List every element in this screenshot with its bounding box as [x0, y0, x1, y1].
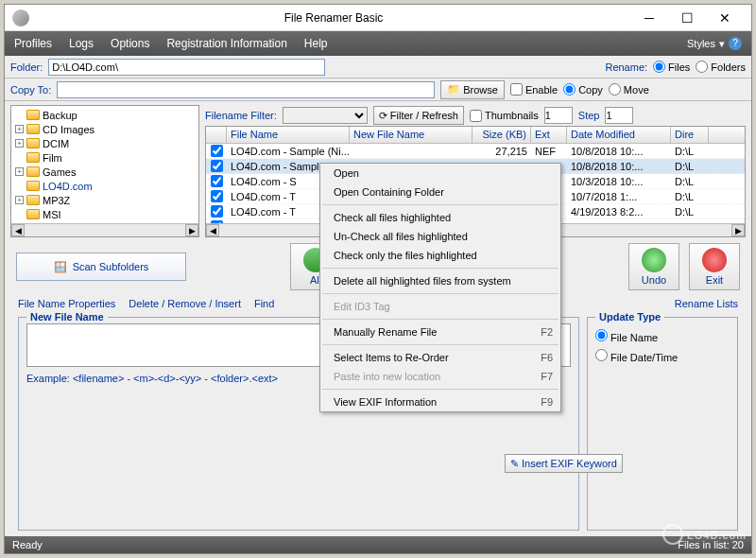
rename-folders-radio[interactable]: Folders — [696, 61, 746, 73]
minimize-button[interactable]: ─ — [630, 7, 668, 29]
step-spinner[interactable] — [605, 107, 633, 124]
expand-icon[interactable]: + — [15, 139, 24, 148]
col-size[interactable]: Size (KB) — [472, 127, 531, 143]
menubar: Profiles Logs Options Registration Infor… — [5, 31, 751, 56]
filter-row: Filename Filter: ⟳Filter / Refresh Thumb… — [205, 105, 746, 126]
folder-input[interactable] — [48, 59, 325, 76]
row-checkbox[interactable] — [211, 175, 223, 187]
col-filename[interactable]: File Name — [227, 127, 350, 143]
filename-filter-select[interactable] — [283, 107, 368, 124]
tree-item[interactable]: +MSI — [15, 207, 195, 221]
tree-item-label: LO4D.com — [43, 181, 93, 192]
menu-logs[interactable]: Logs — [69, 37, 94, 50]
titlebar: File Renamer Basic ─ ☐ ✕ — [5, 5, 751, 31]
context-menu-item[interactable]: Manually Rename FileF2 — [320, 323, 560, 341]
tab-properties[interactable]: File Name Properties — [18, 298, 115, 309]
expand-icon[interactable]: + — [15, 167, 24, 176]
undo-button[interactable]: Undo — [628, 243, 679, 290]
tree-item[interactable]: +DCIM — [15, 136, 195, 150]
tab-delete[interactable]: Delete / Remove / Insert — [129, 298, 241, 309]
tree-item-label: DCIM — [43, 138, 69, 149]
col-newname[interactable]: New File Name — [350, 127, 472, 143]
tree-item[interactable]: +CD Images — [15, 122, 195, 136]
menu-options[interactable]: Options — [111, 37, 149, 50]
window-title: File Renamer Basic — [37, 11, 630, 25]
copyto-toolbar: Copy To: 📁Browse Enable Copy Move — [5, 78, 751, 101]
move-radio[interactable]: Move — [609, 83, 649, 96]
context-menu-item[interactable]: Open Containing Folder — [320, 183, 560, 201]
context-menu-item: Paste into new locationF7 — [320, 367, 560, 386]
tree-item-label: Games — [43, 166, 76, 178]
folder-icon: 📁 — [447, 83, 460, 96]
row-checkbox[interactable] — [211, 190, 223, 202]
cell-date: 10/3/2018 10:... — [567, 176, 671, 187]
update-type-legend: Update Type — [595, 311, 664, 323]
cell-dir: D:\L — [671, 206, 709, 218]
tree-item[interactable]: +Film — [15, 150, 195, 165]
undo-icon — [642, 248, 666, 272]
filter-refresh-button[interactable]: ⟳Filter / Refresh — [373, 106, 464, 125]
context-menu-item[interactable]: View EXIF InformationF9 — [320, 392, 560, 411]
folder-icon — [26, 124, 40, 134]
help-icon[interactable]: ? — [729, 37, 742, 50]
folder-label: Folder: — [10, 61, 43, 73]
row-checkbox[interactable] — [211, 145, 223, 157]
tree-item-label: MSI — [43, 209, 61, 220]
folder-tree[interactable]: +Backup+CD Images+DCIM+Film+Games+LO4D.c… — [10, 105, 199, 237]
update-filename-radio[interactable]: File Name — [595, 329, 730, 343]
cell-date: 10/8/2018 10:... — [567, 146, 671, 157]
browse-button[interactable]: 📁Browse — [440, 80, 505, 99]
thumbnail-spinner[interactable] — [544, 107, 573, 124]
close-button[interactable]: ✕ — [706, 7, 744, 29]
col-ext[interactable]: Ext — [531, 127, 567, 143]
col-date[interactable]: Date Modified — [567, 127, 671, 143]
expand-icon[interactable]: + — [15, 196, 24, 204]
maximize-button[interactable]: ☐ — [668, 7, 706, 29]
menu-registration[interactable]: Registration Information — [166, 37, 286, 50]
col-dir[interactable]: Dire — [671, 127, 709, 143]
tree-scrollbar[interactable]: ◀▶ — [11, 223, 198, 236]
context-menu-item[interactable]: Delete all highlighted files from system — [320, 271, 560, 290]
filename-filter-label: Filename Filter: — [205, 110, 277, 121]
tree-item-label: Backup — [43, 110, 77, 121]
table-row[interactable]: LO4D.com - Sample (Ni... 27,215 NEF 10/8… — [206, 144, 745, 159]
tree-item[interactable]: +LO4D.com — [15, 179, 195, 193]
menu-help[interactable]: Help — [304, 37, 328, 50]
tree-item[interactable]: +Games — [15, 165, 195, 179]
cell-date: 10/7/2018 1:... — [567, 191, 671, 202]
expand-icon[interactable]: + — [15, 125, 24, 133]
copyto-input[interactable] — [57, 81, 435, 98]
cell-date: 10/8/2018 10:... — [567, 161, 671, 172]
context-menu-item[interactable]: Un-Check all files highlighted — [320, 227, 560, 246]
row-checkbox[interactable] — [211, 160, 223, 172]
row-checkbox[interactable] — [211, 205, 223, 218]
cell-ext: NEF — [531, 146, 567, 157]
styles-menu[interactable]: Styles ▾ ? — [687, 37, 742, 50]
wand-icon: ✎ — [510, 458, 519, 470]
scan-subfolders-button[interactable]: 🪟Scan Subfolders — [16, 253, 186, 281]
tree-item[interactable]: +MP3Z — [15, 193, 195, 207]
thumbnails-checkbox[interactable]: Thumbnails — [470, 110, 539, 122]
tree-item[interactable]: +Backup — [15, 108, 195, 122]
tree-item-label: MP3Z — [43, 195, 70, 206]
insert-exif-button[interactable]: ✎Insert EXIF Keyword — [505, 454, 623, 473]
context-menu-item[interactable]: Open — [320, 164, 560, 183]
menu-profiles[interactable]: Profiles — [14, 37, 52, 50]
context-menu-item[interactable]: Select Items to Re-OrderF6 — [320, 348, 560, 367]
tab-rename-lists[interactable]: Rename Lists — [675, 298, 738, 309]
tree-item-label: CD Images — [43, 124, 94, 135]
update-filedate-radio[interactable]: File Date/Time — [595, 349, 730, 363]
rename-label: Rename: — [605, 61, 647, 73]
context-menu-item[interactable]: Check all files highlighted — [320, 208, 560, 227]
rename-files-radio[interactable]: Files — [653, 61, 690, 73]
tab-find[interactable]: Find — [254, 298, 274, 309]
folder-toolbar: Folder: Rename: Files Folders — [5, 56, 751, 78]
context-menu-item[interactable]: Check only the files highlighted — [320, 246, 560, 265]
exit-button[interactable]: Exit — [689, 243, 740, 290]
enable-checkbox[interactable]: Enable — [510, 83, 558, 96]
context-menu[interactable]: OpenOpen Containing FolderCheck all file… — [319, 163, 561, 412]
chevron-down-icon: ▾ — [719, 38, 725, 50]
copy-radio[interactable]: Copy — [563, 83, 603, 96]
folder-icon — [26, 138, 40, 148]
context-menu-item: Edit ID3 Tag — [320, 297, 560, 316]
